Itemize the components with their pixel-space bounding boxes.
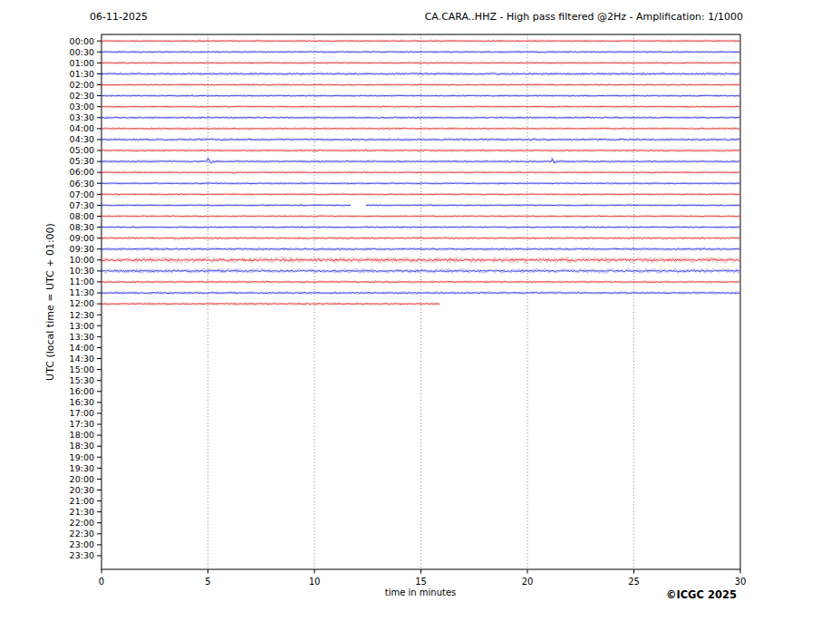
svg-text:17:30: 17:30	[70, 419, 94, 429]
svg-text:00:00: 00:00	[70, 36, 94, 46]
svg-text:15: 15	[415, 577, 427, 587]
svg-text:20: 20	[522, 577, 534, 587]
svg-text:30: 30	[735, 577, 747, 587]
svg-text:03:00: 03:00	[70, 102, 94, 112]
svg-text:08:30: 08:30	[70, 222, 94, 232]
svg-text:16:00: 16:00	[70, 386, 94, 396]
svg-text:05:00: 05:00	[70, 145, 94, 155]
svg-text:21:30: 21:30	[70, 507, 94, 517]
svg-text:22:30: 22:30	[70, 529, 94, 539]
svg-text:09:30: 09:30	[70, 244, 94, 254]
svg-text:02:30: 02:30	[70, 91, 94, 101]
svg-text:25: 25	[628, 577, 640, 587]
svg-text:01:30: 01:30	[70, 69, 94, 79]
svg-text:12:00: 12:00	[70, 298, 94, 308]
svg-text:10:00: 10:00	[70, 255, 94, 265]
svg-text:13:00: 13:00	[70, 321, 94, 331]
svg-text:20:30: 20:30	[70, 485, 94, 495]
svg-text:14:00: 14:00	[70, 343, 94, 353]
svg-text:11:00: 11:00	[70, 277, 94, 286]
svg-text:07:30: 07:30	[70, 200, 94, 210]
svg-text:09:00: 09:00	[70, 233, 94, 243]
svg-text:01:00: 01:00	[70, 58, 94, 68]
svg-text:13:30: 13:30	[70, 332, 94, 342]
helicorder-plot: 05101520253000:0000:3001:0001:3002:0002:…	[0, 0, 840, 631]
svg-text:15:00: 15:00	[70, 364, 94, 374]
svg-text:12:30: 12:30	[70, 310, 94, 320]
svg-text:10:30: 10:30	[70, 266, 94, 276]
seismogram-figure: 06-11-2025 CA.CARA..HHZ - High pass filt…	[0, 0, 840, 631]
svg-text:20:00: 20:00	[70, 474, 94, 484]
svg-text:23:00: 23:00	[70, 539, 94, 549]
svg-text:19:00: 19:00	[70, 452, 94, 462]
svg-text:02:00: 02:00	[70, 80, 94, 90]
svg-text:14:30: 14:30	[70, 354, 94, 364]
svg-text:00:30: 00:30	[70, 47, 94, 57]
svg-text:23:30: 23:30	[70, 550, 94, 560]
svg-text:08:00: 08:00	[70, 211, 94, 221]
svg-text:21:00: 21:00	[70, 496, 94, 506]
svg-text:11:30: 11:30	[70, 287, 94, 297]
svg-text:17:00: 17:00	[70, 408, 94, 418]
svg-text:10: 10	[309, 577, 321, 587]
svg-text:03:30: 03:30	[70, 112, 94, 122]
svg-text:19:30: 19:30	[70, 463, 94, 473]
svg-text:0: 0	[99, 577, 104, 587]
svg-text:06:00: 06:00	[70, 167, 94, 177]
svg-text:15:30: 15:30	[70, 375, 94, 385]
svg-text:05:30: 05:30	[70, 156, 94, 166]
copyright: ©ICGC 2025	[666, 588, 737, 601]
svg-text:22:00: 22:00	[70, 518, 94, 528]
svg-text:18:00: 18:00	[70, 430, 94, 440]
svg-text:07:00: 07:00	[70, 189, 94, 199]
svg-text:16:30: 16:30	[70, 397, 94, 407]
svg-text:04:30: 04:30	[70, 134, 94, 144]
svg-text:04:00: 04:00	[70, 123, 94, 133]
x-axis-label: time in minutes	[385, 587, 457, 597]
svg-text:06:30: 06:30	[70, 179, 94, 189]
svg-text:5: 5	[205, 577, 210, 587]
svg-text:18:30: 18:30	[70, 441, 94, 451]
